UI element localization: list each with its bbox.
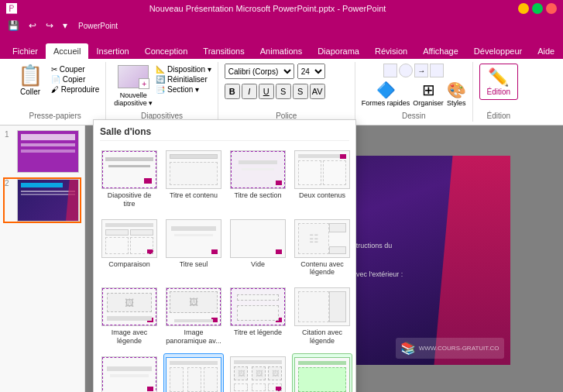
layout-deux-contenus[interactable]: Deux contenus	[292, 147, 352, 211]
slide-2-thumb[interactable]: 2	[3, 177, 81, 223]
redo-qa-button[interactable]: ↪	[43, 19, 57, 33]
layout-label-4: Comparaison	[108, 260, 150, 269]
layout-thumb-8: 🖼	[101, 287, 157, 326]
strikethrough-button[interactable]: S	[276, 84, 291, 99]
tab-insertion[interactable]: Insertion	[88, 43, 136, 59]
watermark-icon: 📚	[400, 341, 416, 356]
layout-carte-nom[interactable]: Carte nom	[100, 353, 159, 392]
close-button[interactable]	[546, 3, 557, 14]
tab-diaporama[interactable]: Diaporama	[310, 43, 367, 59]
clipboard-group-label: Presse-papiers	[29, 108, 81, 120]
reproduire-button[interactable]: 🖌 Reproduire	[51, 85, 99, 94]
layout-comparaison[interactable]: Comparaison	[100, 216, 159, 280]
coller-button[interactable]: 📋 Coller	[18, 64, 43, 96]
panel-title: Salle d'ions	[100, 126, 349, 141]
restore-button[interactable]	[532, 3, 543, 14]
undo-qa-button[interactable]: ↩	[26, 19, 39, 33]
layout-3-colonnes[interactable]: 3 colonnes	[163, 353, 224, 392]
layout-label-2: Titre de section	[234, 191, 281, 200]
minimize-button[interactable]	[518, 3, 529, 14]
layout-thumb-15	[294, 357, 350, 392]
tab-developpeur[interactable]: Développeur	[466, 43, 530, 59]
disposition-button[interactable]: 📐 Disposition ▾	[156, 65, 211, 74]
tab-revision[interactable]: Révision	[367, 43, 415, 59]
layout-image-legende[interactable]: 🖼 Image avec légende	[100, 284, 159, 349]
layout-titre-seul[interactable]: Titre seul	[163, 216, 224, 280]
layout-thumb-9: 🖼	[166, 287, 221, 326]
layout-titre-section[interactable]: Titre de section	[228, 147, 287, 211]
slide-2-mini-bg	[18, 180, 78, 221]
clipboard-sub-buttons: ✂ Couper 📄 Copier 🖌 Reproduire	[51, 65, 99, 96]
layout-contenu-legende[interactable]: ☷ Contenu avec légende	[292, 216, 352, 280]
ribbon: 📋 Coller ✂ Couper 📄 Copier 🖌 Reproduire …	[0, 59, 563, 126]
ribbon-group-edition: ✏️ Édition Édition	[473, 62, 524, 122]
formes-button[interactable]: 🔷 Formes rapides	[362, 81, 410, 107]
tab-accueil[interactable]: Accueil	[46, 43, 88, 59]
tab-fichier[interactable]: Fichier	[5, 43, 46, 59]
layout-thumb-4	[101, 219, 157, 258]
bold-button[interactable]: B	[225, 84, 240, 99]
font-family-select[interactable]: Calibri (Corps)	[225, 64, 294, 79]
layout-thumb-11	[294, 287, 350, 326]
ribbon-group-clipboard: 📋 Coller ✂ Couper 📄 Copier 🖌 Reproduire …	[5, 62, 106, 122]
section-button[interactable]: 📑 Section ▾	[156, 85, 211, 94]
layout-diapositive-titre[interactable]: Diapositive de titre	[100, 147, 159, 211]
layout-label-5: Titre seul	[180, 260, 208, 269]
layout-titre-texte[interactable]: Titre et texte	[292, 353, 352, 392]
font-size-select[interactable]: 24	[297, 64, 325, 79]
underline-button[interactable]: U	[259, 84, 274, 99]
slide-sub-buttons: 📐 Disposition ▾ 🔄 Réinitialiser 📑 Sectio…	[156, 65, 211, 108]
layout-titre-legende[interactable]: Titre et légende	[228, 284, 287, 349]
layout-label-11: Citation avec légende	[294, 328, 350, 346]
tab-conception[interactable]: Conception	[137, 43, 196, 59]
shapes-row-1: →	[383, 64, 444, 77]
app-name-label: PowerPoint	[78, 22, 118, 30]
layout-label-6: Vide	[251, 260, 265, 269]
layout-thumb-14: 🖼 🖼 🖼	[230, 356, 286, 392]
layout-vide[interactable]: Vide	[228, 216, 287, 280]
layout-thumb-3	[294, 150, 350, 189]
couper-button[interactable]: ✂ Couper	[51, 65, 99, 74]
reinitialiser-button[interactable]: 🔄 Réinitialiser	[156, 75, 211, 84]
organiser-button[interactable]: ⊞ Organiser	[413, 81, 444, 107]
shape-circle[interactable]	[399, 64, 413, 77]
shadow-button[interactable]: S	[293, 84, 308, 99]
italic-button[interactable]: I	[242, 84, 257, 99]
tab-aide[interactable]: Aide	[530, 43, 562, 59]
charspace-button[interactable]: AV	[310, 84, 325, 99]
copier-button[interactable]: 📄 Copier	[51, 75, 99, 84]
clipboard-buttons: 📋 Coller ✂ Couper 📄 Copier 🖌 Reproduire	[11, 64, 99, 96]
edition-button[interactable]: ✏️ Édition	[479, 64, 518, 100]
layout-thumb-1	[166, 150, 221, 189]
layout-thumb-7: ☷	[294, 219, 350, 258]
layout-thumb-10	[230, 287, 286, 326]
layout-label-9: Image panoramique av...	[166, 328, 221, 346]
shape-arrow[interactable]: →	[414, 64, 428, 77]
window-controls	[518, 3, 557, 14]
shape-more[interactable]	[430, 64, 444, 77]
slide-2-mini	[17, 179, 79, 222]
slide-1-num: 1	[5, 130, 14, 139]
layout-titre-contenu[interactable]: Titre et contenu	[163, 147, 224, 211]
watermark: 📚 WWW.COURS-GRATUIT.CO	[396, 338, 504, 359]
shape-rect[interactable]	[383, 64, 397, 77]
slide-1-thumb[interactable]: 1	[3, 129, 81, 174]
layout-label-10: Titre et légende	[234, 328, 282, 337]
slide-nav: 1 2	[0, 126, 85, 392]
layout-3-colonnes-image[interactable]: 🖼 🖼 🖼 3 colonnes d'image	[228, 353, 287, 392]
title-bar: 🅿 Nouveau Présentation Microsoft PowerPo…	[0, 0, 563, 17]
nouvelle-diapo-label: Nouvellediapositive ▾	[114, 91, 153, 107]
font-group-label: Police	[276, 108, 297, 120]
layout-image-panoramique[interactable]: 🖼 Image panoramique av...	[163, 284, 224, 349]
nouvelle-diapo-button[interactable]: + Nouvellediapositive ▾	[112, 64, 154, 108]
ribbon-group-drawing: → 🔷 Formes rapides ⊞ Organiser 🎨 Styles …	[355, 62, 473, 122]
layout-panel: Salle d'ions Diapositive de titre Ti	[93, 119, 356, 392]
tab-animations[interactable]: Animations	[252, 43, 310, 59]
tab-transitions[interactable]: Transitions	[195, 43, 252, 59]
save-qa-button[interactable]: 💾	[5, 19, 22, 33]
qa-more-button[interactable]: ▾	[60, 19, 70, 33]
layout-thumb-12	[101, 356, 157, 392]
tab-affichage[interactable]: Affichage	[415, 43, 466, 59]
styles-button[interactable]: 🎨 Styles	[447, 81, 466, 107]
layout-citation-legende[interactable]: Citation avec légende	[292, 284, 352, 349]
